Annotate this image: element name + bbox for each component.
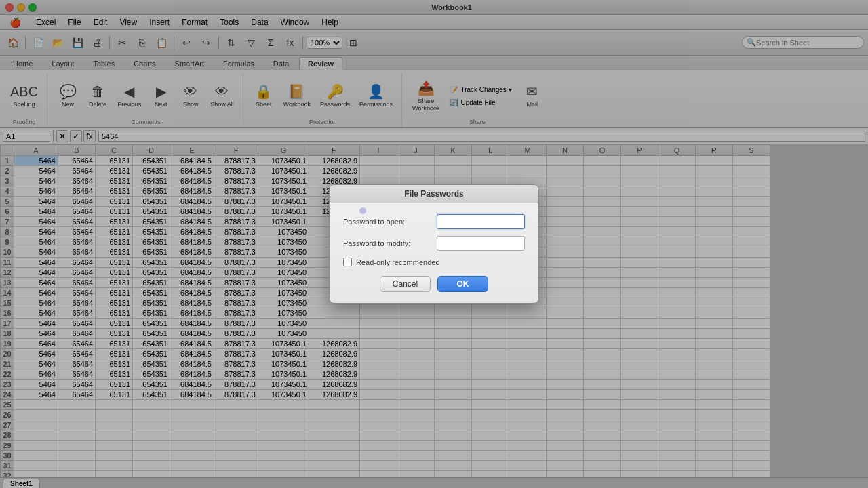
ok-button[interactable]: OK <box>437 276 488 292</box>
modal-overlay: File Passwords Password to open: Passwor… <box>0 0 868 488</box>
modal-title: File Passwords <box>330 185 538 203</box>
readonly-row: Read-only recommended <box>343 258 525 266</box>
readonly-checkbox[interactable] <box>343 258 352 266</box>
password-to-open-row: Password to open: <box>343 214 525 229</box>
readonly-label: Read-only recommended <box>356 258 440 266</box>
file-passwords-dialog: File Passwords Password to open: Passwor… <box>329 184 539 304</box>
password-to-modify-label: Password to modify: <box>343 239 437 247</box>
password-to-open-input[interactable] <box>437 214 525 229</box>
password-to-open-label: Password to open: <box>343 218 437 226</box>
password-to-modify-row: Password to modify: <box>343 236 525 251</box>
modal-buttons: Cancel OK <box>343 276 525 292</box>
modal-body: Password to open: Password to modify: Re… <box>330 203 538 303</box>
password-to-modify-input[interactable] <box>437 236 525 251</box>
cancel-button[interactable]: Cancel <box>380 276 431 292</box>
